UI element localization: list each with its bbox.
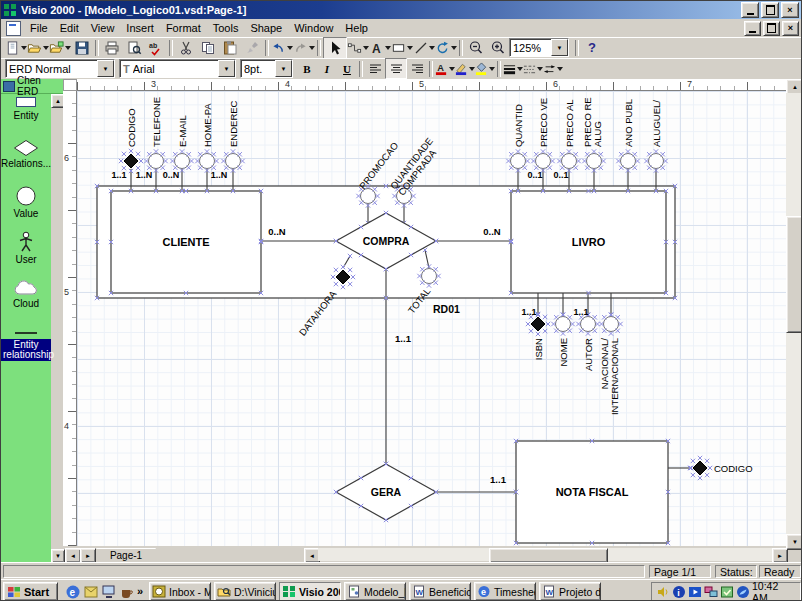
menu-help[interactable]: Help [339, 20, 374, 36]
help-button[interactable]: ? [581, 38, 603, 58]
menu-view[interactable]: View [85, 20, 121, 36]
start-button[interactable]: Start [3, 582, 58, 601]
status-label: Status: [715, 565, 757, 578]
stencil-header[interactable]: Chen ERD [1, 79, 63, 94]
task-button-projeto[interactable]: WProjeto de... [539, 582, 601, 601]
line-pattern-button[interactable] [523, 59, 543, 78]
task-button-visio[interactable]: Visio 200... [279, 582, 341, 601]
paste-button[interactable] [219, 38, 241, 58]
size-dropdown-icon[interactable]: ▼ [275, 60, 292, 77]
stencil-item-entity[interactable]: Entity [1, 95, 51, 121]
zoom-out-button[interactable] [465, 38, 487, 58]
page-nav-right-button[interactable]: ► [80, 548, 96, 563]
msn-icon[interactable] [736, 585, 750, 599]
line-tool-button[interactable] [413, 38, 435, 58]
new-button[interactable] [5, 38, 27, 58]
print-button[interactable] [101, 38, 123, 58]
line-weight-button[interactable] [503, 59, 523, 78]
open-stencil-button[interactable] [49, 38, 71, 58]
new-document-icon [5, 40, 20, 56]
undo-arrow-icon [271, 40, 286, 56]
underline-button[interactable]: U [337, 59, 357, 78]
zoom-in-button[interactable] [487, 38, 509, 58]
open-button[interactable] [27, 38, 49, 58]
svg-text:QUANTID: QUANTID [513, 104, 524, 147]
cut-button[interactable] [175, 38, 197, 58]
save-button[interactable] [71, 38, 93, 58]
stencil-item-relationship[interactable]: Relations... [1, 139, 51, 169]
stencil-scroll-down-button[interactable]: ▼ [51, 549, 65, 563]
stencil-item-cloud[interactable]: Cloud [1, 279, 51, 309]
restore-button[interactable] [761, 2, 779, 18]
menu-shape[interactable]: Shape [244, 20, 288, 36]
page-tab-label: Page-1 [110, 550, 142, 561]
page-nav-left-button[interactable]: ◄ [65, 548, 81, 563]
stencil-item-value[interactable]: Value [1, 185, 51, 219]
quick-launch-outlook-icon[interactable] [83, 584, 99, 600]
stencil-item-user[interactable]: User [1, 231, 51, 265]
size-combobox[interactable]: 8pt. ▼ [240, 59, 293, 78]
menu-window[interactable]: Window [288, 20, 339, 36]
zoom-dropdown-icon[interactable]: ▼ [551, 39, 568, 56]
doc-close-button[interactable]: × [782, 21, 799, 36]
connector-tool-button[interactable] [347, 38, 369, 58]
font-value: Arial [133, 63, 216, 75]
hscroll-right-button[interactable]: ► [772, 548, 788, 563]
fill-color-button[interactable] [475, 59, 495, 78]
scheduler-icon[interactable] [720, 585, 734, 599]
info-icon[interactable]: i [672, 585, 686, 599]
line-ends-button[interactable] [543, 59, 563, 78]
pointer-tool-button[interactable] [323, 37, 347, 59]
bold-button[interactable]: B [297, 59, 317, 78]
line-color-button[interactable] [455, 59, 475, 78]
format-painter-button[interactable] [241, 38, 263, 58]
style-dropdown-icon[interactable]: ▼ [97, 60, 114, 77]
drawing-canvas[interactable]: CLIENTELIVRONOTA FISCALCOMPRAGERACODIGOT… [77, 91, 786, 546]
ruler-number: 4 [64, 421, 69, 431]
italic-button[interactable]: I [317, 59, 337, 78]
doc-minimize-button[interactable] [744, 21, 761, 36]
task-button-inbox[interactable]: Inbox - Mi... [149, 582, 211, 601]
task-button-beneficios[interactable]: WBeneficios ... [409, 582, 471, 601]
rotate-tool-button[interactable] [435, 38, 457, 58]
menu-insert[interactable]: Insert [120, 20, 160, 36]
zoom-combobox[interactable]: 125% ▼ [509, 38, 569, 57]
task-button-explorer[interactable]: D:\Vinicius... [214, 582, 276, 601]
font-dropdown-icon[interactable]: ▼ [218, 60, 235, 77]
task-button-modelo[interactable]: Modelo_Lo... [344, 582, 406, 601]
quick-launch-ie-icon[interactable]: e [65, 584, 81, 600]
copy-button[interactable] [197, 38, 219, 58]
align-center-button[interactable] [385, 58, 407, 79]
page-tab[interactable]: Page-1 [96, 548, 156, 561]
menu-format[interactable]: Format [160, 20, 207, 36]
redo-button[interactable] [293, 38, 315, 58]
doc-restore-button[interactable] [763, 21, 780, 36]
quick-launch-more-button[interactable]: » [137, 585, 143, 597]
media-player-icon[interactable] [688, 585, 702, 599]
minimize-button[interactable] [741, 2, 759, 18]
print-preview-button[interactable] [123, 38, 145, 58]
font-combobox[interactable]: T Arial ▼ [119, 59, 236, 78]
stencil-scrollbar[interactable] [51, 94, 63, 562]
vscroll-down-button[interactable]: ▼ [786, 534, 802, 550]
rectangle-tool-button[interactable] [391, 38, 413, 58]
menu-edit[interactable]: Edit [54, 20, 85, 36]
undo-button[interactable] [271, 38, 293, 58]
volume-icon[interactable] [656, 585, 670, 599]
document-icon[interactable] [6, 21, 21, 36]
network-icon[interactable] [704, 585, 718, 599]
align-right-button[interactable] [407, 59, 427, 78]
hscroll-thumb[interactable] [489, 548, 608, 563]
menu-tools[interactable]: Tools [207, 20, 245, 36]
stencil-item-entity-relationship[interactable]: Entity relationship [1, 329, 51, 361]
font-color-button[interactable]: A [435, 59, 455, 78]
menu-file[interactable]: File [24, 20, 54, 36]
vscroll-thumb[interactable] [786, 216, 802, 333]
quick-launch-show-desktop-icon[interactable] [101, 584, 117, 600]
task-button-timesheet[interactable]: eTimesheet ... [474, 582, 536, 601]
close-button[interactable]: × [781, 2, 799, 18]
text-tool-button[interactable]: A [369, 38, 391, 58]
align-left-button[interactable] [365, 59, 385, 78]
quick-launch-coffee-cup-icon[interactable] [119, 584, 135, 600]
spelling-button[interactable]: ab [145, 38, 167, 58]
